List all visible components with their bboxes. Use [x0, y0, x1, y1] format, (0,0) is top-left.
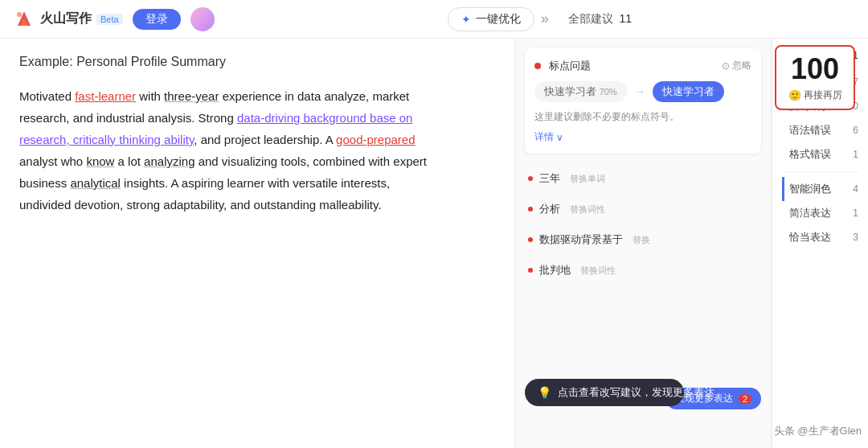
arrow-icon: →	[633, 84, 646, 99]
suggestion-desc: 这里建议删除不必要的标点符号。	[534, 110, 751, 124]
sidebar-count-5: 1	[853, 208, 858, 219]
topbar-center: ✦ 一键优化 » 全部建议 11	[224, 7, 855, 31]
suggestion-panel: 标点问题 ⊙ 忽略 快速学习者 70% → 快速学习者 这里建议删除不必要的标点…	[514, 39, 772, 448]
sidebar-count-4: 4	[853, 183, 858, 195]
doc-title: Example: Personal Profile Summary	[19, 55, 495, 69]
content-know: know	[86, 154, 114, 168]
sidebar-item-3[interactable]: 格式错误 1	[782, 142, 858, 166]
suggestion-detail[interactable]: 详情 ∨	[534, 130, 751, 144]
more-button[interactable]: »	[541, 10, 549, 27]
small-tag-1: 替换词性	[570, 203, 605, 216]
option-original: 快速学习者 70%	[534, 81, 627, 102]
watermark: 头条 @生产者Glen	[768, 421, 868, 442]
optimize-button[interactable]: ✦ 一键优化	[448, 7, 534, 31]
card-header: 标点问题 ⊙ 忽略	[534, 58, 751, 73]
login-button[interactable]: 登录	[133, 9, 181, 30]
content-analyzing: analyzing	[144, 154, 194, 168]
content-analytical: analytical	[70, 176, 121, 190]
svg-point-0	[17, 12, 22, 17]
sidebar-label-6: 恰当表达	[789, 230, 831, 245]
main-layout: Example: Personal Profile Summary Motiva…	[0, 39, 868, 448]
content-span-1: with	[136, 89, 164, 103]
small-text-3: 批判地	[539, 263, 571, 277]
score-sub: 🙂 再接再厉	[786, 88, 844, 102]
sidebar-label-5: 简洁表达	[789, 206, 831, 220]
logo-icon	[13, 8, 35, 31]
small-text-1: 分析	[539, 202, 560, 216]
optimize-icon: ✦	[461, 13, 471, 26]
sidebar-label-3: 格式错误	[789, 147, 831, 162]
small-tag-2: 替换	[633, 234, 650, 246]
small-dot-1	[528, 207, 533, 212]
small-suggestion-1[interactable]: 分析 替换词性	[515, 194, 771, 224]
score-label: 再接再厉	[804, 88, 842, 102]
card-type-label: 标点问题	[549, 60, 591, 72]
small-dot-0	[528, 176, 533, 181]
sidebar-item-4[interactable]: 智能润色 4	[782, 177, 858, 201]
score-emoji: 🙂	[788, 89, 801, 101]
editor-area: Example: Personal Profile Summary Motiva…	[0, 39, 514, 448]
beta-badge: Beta	[96, 14, 123, 25]
content-good-prepared: good-prepared	[336, 133, 415, 146]
suggestion-card-main: 标点问题 ⊙ 忽略 快速学习者 70% → 快速学习者 这里建议删除不必要的标点…	[525, 48, 761, 154]
sidebar-divider	[782, 171, 858, 172]
discover-badge: 2	[739, 394, 751, 404]
ignore-label: 忽略	[732, 59, 751, 72]
suggestions-count: 11	[619, 12, 632, 25]
logo-text: 火山写作	[40, 10, 92, 27]
sidebar-label-2: 语法错误	[789, 123, 831, 138]
sidebar-item-2[interactable]: 语法错误 6	[782, 118, 858, 142]
doc-content: Motivated fast-learner with three-year e…	[19, 85, 437, 216]
small-text-0: 三年	[539, 171, 560, 186]
suggestions-label: 全部建议 11	[568, 12, 632, 27]
small-suggestion-0[interactable]: 三年 替换单词	[515, 163, 771, 194]
small-text-2: 数据驱动背景基于	[539, 232, 623, 247]
option-score: 70%	[600, 87, 617, 97]
small-suggestion-3[interactable]: 批判地 替换词性	[515, 255, 771, 286]
card-type-area: 标点问题	[534, 58, 591, 73]
chevron-down-icon: ∨	[556, 132, 563, 143]
bottom-tooltip: 💡 点击查看改写建议，发现更多表达	[525, 379, 684, 406]
small-suggestion-2[interactable]: 数据驱动背景基于 替换	[515, 224, 771, 255]
content-span-5: a lot	[114, 154, 144, 168]
tooltip-bulb: 💡	[538, 386, 551, 399]
content-three-year: three-year	[164, 89, 219, 103]
sidebar-count-2: 6	[853, 125, 858, 136]
small-tag-3: 替换词性	[580, 265, 616, 277]
sidebar-item-6[interactable]: 恰当表达 3	[782, 225, 858, 249]
avatar-button[interactable]	[190, 7, 215, 31]
content-span-0: Motivated	[19, 89, 75, 103]
content-fast-learner: fast-learner	[75, 89, 136, 103]
topbar: 火山写作 Beta 登录 ✦ 一键优化 » 全部建议 11	[0, 0, 868, 39]
ignore-button[interactable]: ⊙ 忽略	[722, 59, 751, 72]
small-dot-3	[528, 268, 533, 273]
circle-icon: ⊙	[722, 60, 730, 72]
score-box: 100 🙂 再接再厉	[775, 45, 855, 110]
optimize-label: 一键优化	[476, 12, 521, 27]
option-suggested[interactable]: 快速学习者	[653, 81, 724, 102]
small-tag-0: 替换单词	[570, 173, 605, 185]
content-span-4: analyst who	[19, 154, 86, 168]
content-span-3: , and project leadership. A	[194, 133, 336, 146]
sidebar-label-4: 智能润色	[789, 182, 831, 196]
small-dot-2	[528, 237, 533, 242]
tooltip-text: 点击查看改写建议，发现更多表达	[558, 385, 714, 400]
suggestion-options: 快速学习者 70% → 快速学习者	[534, 81, 751, 102]
sidebar-item-5[interactable]: 简洁表达 1	[782, 201, 858, 225]
sidebar-count-3: 1	[853, 149, 858, 160]
score-number: 100	[786, 53, 844, 85]
sidebar-count-6: 3	[853, 232, 858, 243]
logo-area: 火山写作 Beta	[13, 8, 123, 31]
card-dot	[534, 63, 541, 69]
